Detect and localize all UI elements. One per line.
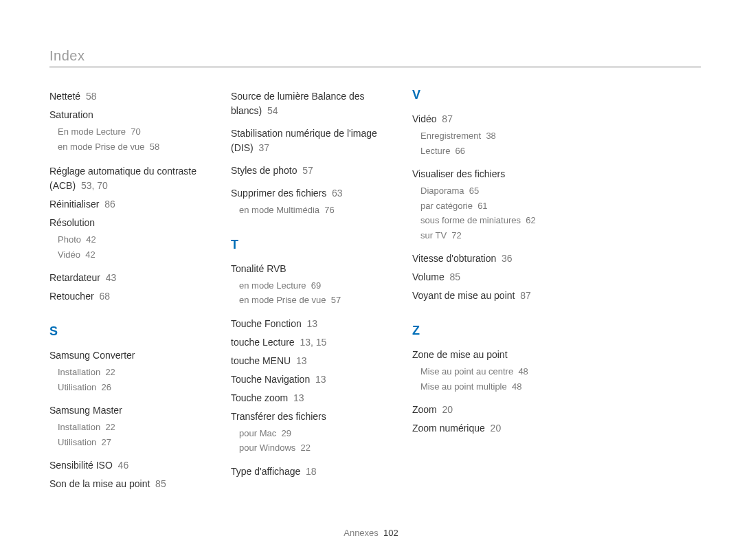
page-ref: 53, 70 [81,180,108,191]
index-entry[interactable]: Saturation [49,108,206,122]
term-text: Supprimer des fichiers [231,188,326,199]
index-entry[interactable]: Source de lumière Balance des blancs) 54 [231,89,387,118]
index-entry[interactable]: Netteté 58 [49,89,206,104]
index-subentry[interactable]: sous forme de miniatures 62 [412,214,569,227]
index-subentry[interactable]: Mise au point au centre 48 [412,365,569,379]
index-subentry[interactable]: Utilisation 26 [49,381,206,394]
term-text: Touche Fonction [231,318,302,329]
index-entry[interactable]: Zoom 20 [412,403,569,417]
page-ref: 48 [512,381,521,392]
index-entry[interactable]: Transférer des fichiers [231,410,387,424]
page-ref: 29 [281,428,291,438]
sub-text: en mode Multimédia [239,205,319,215]
index-entry[interactable]: Voyant de mise au point 87 [412,289,569,303]
index-subentry[interactable]: Vidéo 42 [49,248,206,262]
index-subentry[interactable]: Installation 22 [49,421,206,434]
sub-text: Utilisation [58,382,96,392]
index-entry[interactable]: Tonalité RVB [231,262,387,276]
page-ref: 68 [99,291,110,302]
page-ref: 42 [86,234,95,245]
index-subentry[interactable]: par catégorie 61 [412,199,569,213]
term-text: touche Lecture [231,337,295,348]
index-entry[interactable]: Type d'affichage 18 [231,464,387,479]
sub-text: Enregistrement [420,131,481,141]
term-text: Retoucher [49,291,94,302]
term-text: Stabilisation numérique de l'image (DIS) [231,128,377,153]
page-ref: 63 [332,188,343,199]
page-ref: 22 [105,422,115,432]
index-entry[interactable]: Touche Navigation 13 [231,372,387,387]
index-entry[interactable]: Retoucher 68 [49,289,206,304]
index-subentry[interactable]: pour Mac 29 [231,427,387,440]
index-entry[interactable]: Réinitialiser 86 [49,197,206,212]
page-ref: 36 [502,253,513,264]
index-entry[interactable]: Résolution [49,216,206,230]
index-subentry[interactable]: en mode Multimédia 76 [231,203,387,217]
index-subentry[interactable]: en mode Prise de vue 57 [231,293,387,307]
index-entry[interactable]: Vidéo 87 [412,112,569,126]
index-entry[interactable]: Touche Fonction 13 [231,317,387,331]
term-text: touche MENU [231,355,291,366]
page-ref: 20 [491,423,502,434]
index-entry[interactable]: Sensibilité ISO 46 [49,458,206,473]
index-entry[interactable]: Vitesse d'obturation 36 [412,251,569,266]
page-ref: 20 [442,404,453,415]
index-entry[interactable]: Son de la mise au point 85 [49,477,206,491]
index-subentry[interactable]: en mode Lecture 69 [231,279,387,293]
term-text: Touche zoom [231,392,288,403]
index-subentry[interactable]: Photo 42 [49,233,206,247]
index-entry[interactable]: Volume 85 [412,270,569,284]
index-subentry[interactable]: Utilisation 27 [49,436,206,449]
sub-text: par catégorie [420,201,473,211]
page-ref: 87 [442,113,453,124]
index-subentry[interactable]: Installation 22 [49,366,206,379]
page-ref: 26 [102,382,111,392]
term-text: Réglage automatique du contraste (ACB) [49,166,196,191]
sub-text: Mise au point au centre [420,366,513,377]
footer-section: Annexes [344,528,379,538]
index-entry[interactable]: Visualiser des fichiers [412,167,569,181]
sub-text: pour Mac [239,428,276,438]
sub-text: Diaporama [420,186,464,196]
index-entry[interactable]: Touche zoom 13 [231,391,387,405]
index-entry[interactable]: Stabilisation numérique de l'image (DIS)… [231,126,387,155]
index-subentry[interactable]: en mode Prise de vue 58 [49,140,206,154]
index-entry[interactable]: Samsung Master [49,403,206,418]
index-subentry[interactable]: Enregistrement 38 [412,129,569,143]
page-ref: 57 [331,295,341,305]
sub-text: Utilisation [58,437,96,447]
index-subentry[interactable]: En mode Lecture 70 [49,125,206,139]
col-1: Netteté 58 Saturation En mode Lecture 70… [49,85,206,494]
index-entry[interactable]: Supprimer des fichiers 63 [231,186,387,201]
page-ref: 85 [155,478,166,489]
sub-text: en mode Lecture [239,280,306,291]
page-ref: 57 [302,165,313,176]
sub-text: Lecture [420,146,450,156]
index-entry[interactable]: touche Lecture 13, 15 [231,335,387,350]
page-ref: 13 [307,318,318,329]
index-entry[interactable]: Zone de mise au point [412,348,569,362]
page-ref: 70 [131,126,140,137]
index-entry[interactable]: Retardateur 43 [49,271,206,285]
index-entry[interactable]: touche MENU 13 [231,354,387,368]
page-ref: 69 [311,280,321,291]
page-ref: 62 [526,215,535,225]
term-text: Zoom numérique [412,423,485,434]
page-ref: 61 [477,201,487,211]
index-entry[interactable]: Styles de photo 57 [231,164,387,178]
index-subentry[interactable]: sur TV 72 [412,229,569,243]
index-entry[interactable]: Réglage automatique du contraste (ACB) 5… [49,164,206,193]
term-text: Sensibilité ISO [49,460,113,471]
index-entry[interactable]: Samsung Converter [49,348,206,363]
sub-text: Photo [58,234,81,245]
index-subentry[interactable]: Diaporama 65 [412,184,569,198]
index-subentry[interactable]: pour Windows 22 [231,441,387,455]
index-subentry[interactable]: Lecture 66 [412,144,569,158]
sub-text: Vidéo [58,249,80,260]
page-ref: 86 [104,199,115,210]
index-entry[interactable]: Zoom numérique 20 [412,421,569,436]
index-subentry[interactable]: Mise au point multiple 48 [412,380,569,394]
sub-text: sous forme de miniatures [420,215,521,225]
page-ref: 46 [118,460,129,471]
page-ref: 58 [86,91,97,102]
